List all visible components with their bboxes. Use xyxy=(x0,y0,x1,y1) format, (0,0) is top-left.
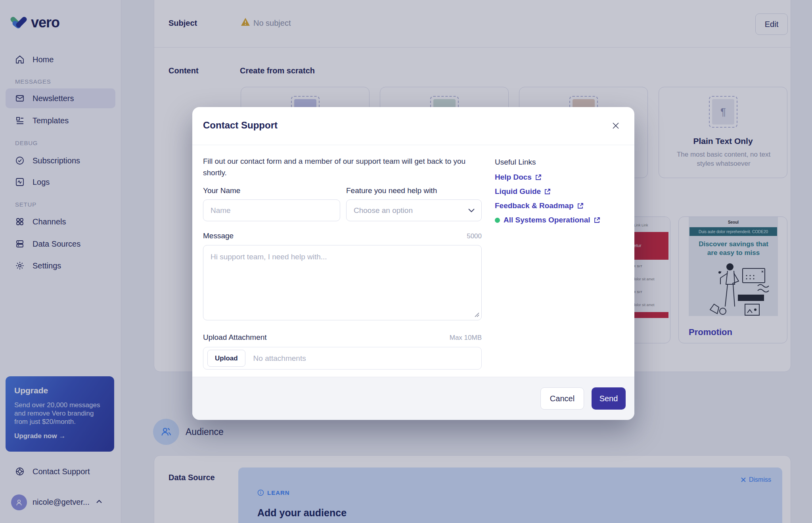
feedback-roadmap-link[interactable]: Feedback & Roadmap xyxy=(495,201,584,210)
external-link-icon xyxy=(535,174,542,180)
modal-intro-text: Fill out our contact form and a member o… xyxy=(203,155,481,178)
name-input[interactable] xyxy=(203,199,340,221)
upload-max-label: Max 10MB xyxy=(203,334,482,342)
close-button[interactable] xyxy=(610,120,622,132)
message-textarea[interactable] xyxy=(203,245,482,320)
contact-support-modal: Contact Support Fill out our contact for… xyxy=(192,107,634,420)
modal-title: Contact Support xyxy=(203,120,278,131)
feature-select[interactable]: Choose an option xyxy=(346,199,482,221)
app-window: vero Home MESSAGES Newsletters Templates… xyxy=(0,0,812,523)
resize-handle[interactable] xyxy=(475,312,479,317)
divider xyxy=(192,145,634,145)
char-counter: 5000 xyxy=(203,232,482,240)
status-dot xyxy=(495,218,500,223)
upload-dropzone[interactable]: Upload No attachments xyxy=(203,347,482,370)
chevron-down-icon xyxy=(468,208,475,213)
external-link-icon xyxy=(594,217,600,223)
external-link-icon xyxy=(577,203,584,209)
feature-select-value: Choose an option xyxy=(354,206,413,215)
help-docs-link[interactable]: Help Docs xyxy=(495,173,542,182)
upload-button[interactable]: Upload xyxy=(207,350,245,367)
modal-footer: Cancel Send xyxy=(192,377,634,420)
useful-links-heading: Useful Links xyxy=(495,158,536,167)
cancel-button[interactable]: Cancel xyxy=(540,387,584,410)
feature-field-label: Feature you need help with xyxy=(346,186,437,195)
external-link-icon xyxy=(544,188,551,195)
send-button[interactable]: Send xyxy=(592,387,626,410)
close-icon xyxy=(612,122,620,130)
upload-empty-text: No attachments xyxy=(253,354,306,363)
system-status-link[interactable]: All Systems Operational xyxy=(495,216,600,224)
name-field-label: Your Name xyxy=(203,186,240,195)
liquid-guide-link[interactable]: Liquid Guide xyxy=(495,187,551,196)
